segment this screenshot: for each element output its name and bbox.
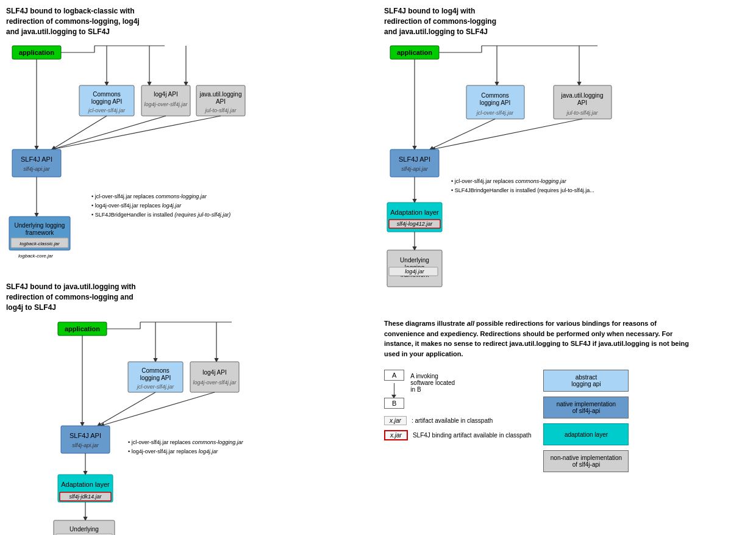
- svg-text:logback-core.jar: logback-core.jar: [18, 253, 53, 259]
- legend-section: A B A invokingsoftware locatedin B x.jar…: [384, 370, 750, 472]
- svg-text:slf4j-jdk14.jar: slf4j-jdk14.jar: [69, 494, 102, 500]
- diagram-bottom-left-svg: application Commons logging API jcl-over…: [6, 319, 262, 535]
- svg-text:SLF4J API: SLF4J API: [70, 432, 101, 439]
- svg-text:• log4j-over-slf4j.jar replace: • log4j-over-slf4j.jar replaces log4j.ja…: [128, 448, 218, 454]
- svg-text:jul-to-slf4j.jar: jul-to-slf4j.jar: [204, 107, 237, 113]
- legend-adaptation: adaptation layer: [543, 423, 629, 445]
- svg-text:jul-to-slf4j.jar: jul-to-slf4j.jar: [566, 110, 598, 116]
- legend-jar-normal-desc: : artifact available in classpath: [412, 417, 493, 424]
- svg-line-21: [52, 116, 166, 149]
- legend-jar-red: x.jar: [384, 430, 408, 440]
- svg-text:logback-classic.jar: logback-classic.jar: [20, 241, 60, 246]
- svg-text:• SLF4JBridgeHandler is instal: • SLF4JBridgeHandler is installed (requi…: [91, 212, 230, 218]
- svg-text:API: API: [216, 98, 226, 105]
- svg-text:• SLF4JBrindgeHandler is insta: • SLF4JBrindgeHandler is installed (requ…: [451, 187, 594, 193]
- svg-text:logging API: logging API: [91, 98, 123, 105]
- svg-text:logging API: logging API: [480, 99, 511, 106]
- svg-text:log4j API: log4j API: [154, 91, 177, 98]
- svg-line-87: [432, 119, 582, 149]
- svg-rect-53: [61, 426, 110, 453]
- svg-text:application: application: [19, 49, 54, 56]
- svg-text:log4j-over-slf4j.jar: log4j-over-slf4j.jar: [193, 379, 237, 386]
- svg-line-20: [52, 116, 107, 149]
- svg-text:slf4j-api.jar: slf4j-api.jar: [23, 166, 51, 172]
- svg-text:log4j.jar: log4j.jar: [405, 268, 425, 275]
- svg-text:jcl-over-slf4j.jar: jcl-over-slf4j.jar: [88, 107, 126, 113]
- svg-text:framework: framework: [26, 229, 55, 236]
- diagram-top-right-svg: application Commons logging API jcl-over…: [384, 43, 677, 305]
- svg-text:Commons: Commons: [93, 91, 121, 98]
- svg-text:slf4j-api.jar: slf4j-api.jar: [401, 166, 429, 172]
- svg-text:java.util.logging: java.util.logging: [199, 91, 242, 98]
- legend-box-b: B: [384, 398, 404, 409]
- svg-text:Commons: Commons: [141, 367, 169, 374]
- diagram-bottom-left: SLF4J bound to java.util.logging with re…: [6, 282, 372, 535]
- svg-rect-48: [190, 362, 239, 392]
- svg-line-86: [430, 119, 495, 149]
- svg-text:slf4j-api.jar: slf4j-api.jar: [72, 442, 99, 448]
- legend-right: abstractlogging api native implementatio…: [543, 370, 629, 472]
- legend-left: A B A invokingsoftware locatedin B x.jar…: [384, 370, 531, 472]
- legend-jar-red-desc: SLF4J binding artifact available in clas…: [413, 432, 532, 439]
- svg-text:application: application: [65, 325, 100, 332]
- svg-text:• jcl-over-slf4j.jar replaces : • jcl-over-slf4j.jar replaces commons-lo…: [128, 439, 244, 445]
- svg-text:application: application: [397, 49, 432, 56]
- svg-text:Underlying: Underlying: [400, 257, 429, 264]
- legend-jar-normal: x.jar: [384, 416, 407, 425]
- legend-nonnative: non-native implementationof slf4j-api: [543, 450, 629, 472]
- diagram-bottom-left-title: SLF4J bound to java.util.logging with re…: [6, 282, 372, 312]
- left-column: SLF4J bound to logback-classic with redi…: [6, 6, 372, 535]
- svg-text:jcl-over-slf4j.jar: jcl-over-slf4j.jar: [476, 110, 514, 116]
- svg-text:• log4j-over-slf4j.jar replace: • log4j-over-slf4j.jar replaces log4j.ja…: [91, 203, 182, 209]
- svg-line-22: [52, 116, 221, 149]
- diagram-top-left: SLF4J bound to logback-classic with redi…: [6, 6, 372, 270]
- right-column: SLF4J bound to log4j with redirection of…: [384, 6, 750, 535]
- diagram-top-right-title: SLF4J bound to log4j with redirection of…: [384, 6, 750, 37]
- diagram-top-right: SLF4J bound to log4j with redirection of…: [384, 6, 750, 306]
- legend-box-a: A: [384, 370, 404, 381]
- page: SLF4J bound to logback-classic with redi…: [0, 0, 756, 535]
- svg-text:log4j-over-slf4j.jar: log4j-over-slf4j.jar: [144, 101, 188, 107]
- svg-rect-13: [141, 85, 190, 116]
- diagram-top-left-title: SLF4J bound to logback-classic with redi…: [6, 6, 372, 37]
- svg-text:logging API: logging API: [140, 375, 171, 381]
- svg-text:• jcl-over-slf4j.jar replaces : • jcl-over-slf4j.jar replaces commons-lo…: [451, 178, 567, 184]
- svg-text:API: API: [577, 99, 587, 106]
- svg-text:Commons: Commons: [481, 92, 509, 99]
- svg-text:Underlying: Underlying: [70, 526, 99, 533]
- svg-line-51: [98, 392, 155, 426]
- svg-text:log4j API: log4j API: [202, 369, 226, 376]
- svg-text:Adaptation layer: Adaptation layer: [390, 209, 439, 216]
- diagram-top-left-svg: application Commons logging API jcl-over…: [6, 43, 250, 268]
- svg-text:SLF4J API: SLF4J API: [399, 156, 430, 163]
- svg-text:SLF4J API: SLF4J API: [21, 156, 52, 163]
- legend-invoke-desc: A invokingsoftware locatedin B: [410, 370, 455, 393]
- svg-rect-88: [390, 149, 439, 177]
- svg-text:slf4j-log412.jar: slf4j-log412.jar: [397, 221, 433, 227]
- legend-abstract: abstractlogging api: [543, 370, 629, 392]
- svg-line-52: [101, 392, 215, 426]
- explanatory-text: These diagrams illustrate all possible r…: [384, 318, 689, 359]
- svg-text:• jcl-over-slf4j.jar replaces : • jcl-over-slf4j.jar replaces commons-lo…: [91, 193, 207, 199]
- svg-text:Adaptation layer: Adaptation layer: [61, 481, 110, 488]
- legend-native: native implementationof slf4j-api: [543, 397, 629, 418]
- svg-text:jcl-over-slf4j.jar: jcl-over-slf4j.jar: [137, 384, 174, 390]
- svg-text:java.util.logging: java.util.logging: [561, 92, 604, 99]
- svg-rect-23: [12, 149, 61, 177]
- svg-text:Underlying logging: Underlying logging: [15, 222, 65, 229]
